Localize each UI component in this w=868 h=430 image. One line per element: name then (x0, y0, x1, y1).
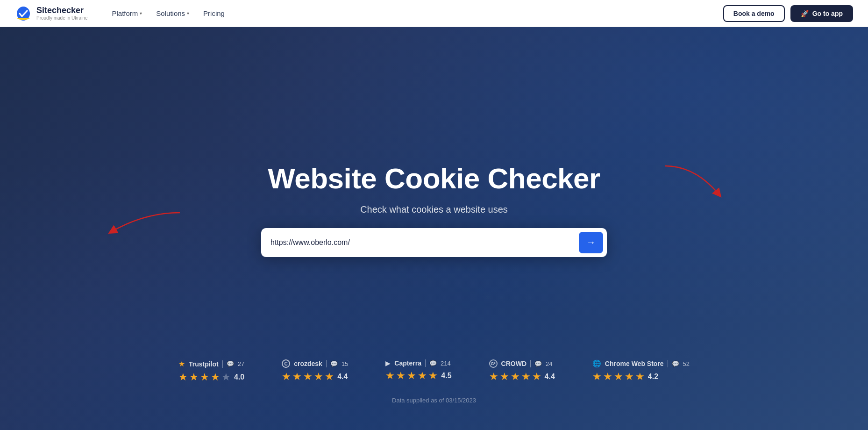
star-icon: ★ (303, 371, 313, 383)
hero-title: Website Cookie Checker (268, 163, 600, 194)
comment-icon: 💬 (672, 360, 679, 367)
review-count: 214 (441, 360, 451, 367)
divider (222, 360, 223, 368)
divider (530, 360, 531, 367)
book-demo-button[interactable]: Book a demo (723, 5, 785, 22)
star-icon: ★ (407, 370, 416, 382)
star-icon: ★ (500, 371, 509, 383)
comment-icon: 💬 (227, 360, 234, 367)
star-icon: ★ (625, 371, 634, 383)
star-icon: ★ (511, 371, 520, 383)
star-icon: ★ (385, 370, 395, 382)
star-half-icon: ★ (532, 371, 541, 383)
hero-section: Website Cookie Checker Check what cookie… (0, 0, 868, 430)
g2-icon: G² (489, 359, 498, 368)
nav-links: Platform ▾ Solutions ▾ Pricing (107, 7, 230, 20)
divider (425, 359, 426, 367)
hero-subtitle: Check what cookies a website uses (360, 204, 508, 215)
crozdesk-icon: C (282, 359, 290, 368)
review-count: 52 (683, 360, 690, 367)
star-icon: ★ (211, 371, 220, 383)
divider (326, 360, 327, 367)
logo-sub: Proudly made in Ukraine (36, 15, 88, 21)
star-half-icon: ★ (428, 370, 438, 382)
star-empty-icon: ★ (221, 371, 231, 383)
chevron-down-icon: ▾ (187, 11, 189, 16)
star-icon: ★ (614, 371, 623, 383)
star-icon: ★ (396, 370, 406, 382)
star-icon: ★ (489, 371, 498, 383)
star-icon: ★ (603, 371, 612, 383)
search-box: → (261, 228, 607, 257)
star-icon: ★ (200, 371, 209, 383)
platform-name: Capterra (394, 359, 421, 367)
logo-name: Sitechecker (36, 6, 88, 15)
rating-score: 4.4 (337, 373, 348, 381)
rating-trustpilot: ★ Trustpilot 💬 27 ★ ★ ★ ★ ★ 4.0 (178, 359, 244, 383)
search-submit-button[interactable]: → (579, 232, 603, 253)
star-icon: ★ (418, 370, 427, 382)
rocket-icon: 🚀 (801, 10, 809, 17)
platform-name: crozdesk (294, 360, 322, 367)
nav-platform[interactable]: Platform ▾ (107, 7, 148, 20)
comment-icon: 💬 (534, 360, 542, 367)
logo-icon (15, 5, 32, 22)
divider (668, 360, 668, 367)
arrow-left-indicator (107, 210, 182, 238)
platform-name: Chrome Web Store (605, 360, 664, 367)
trustpilot-icon: ★ (178, 359, 185, 368)
logo[interactable]: Sitechecker Proudly made in Ukraine (15, 5, 88, 22)
rating-crozdesk: C crozdesk 💬 15 ★ ★ ★ ★ ★ 4.4 (282, 359, 348, 383)
hero-content: Website Cookie Checker Check what cookie… (261, 163, 607, 257)
review-count: 24 (546, 360, 552, 367)
star-icon: ★ (189, 371, 199, 383)
navbar: Sitechecker Proudly made in Ukraine Plat… (0, 0, 868, 27)
rating-capterra: ▶ Capterra 💬 214 ★ ★ ★ ★ ★ 4.5 (385, 359, 451, 382)
chevron-down-icon: ▾ (140, 11, 142, 16)
capterra-icon: ▶ (385, 359, 391, 367)
rating-score: 4.2 (648, 373, 658, 381)
rating-score: 4.4 (545, 373, 555, 381)
platform-name: Trustpilot (189, 360, 219, 368)
star-icon: ★ (592, 371, 602, 383)
go-to-app-button[interactable]: 🚀 Go to app (790, 5, 853, 22)
star-icon: ★ (521, 371, 531, 383)
review-count: 27 (238, 360, 244, 367)
data-supplied-text: Data supplied as of 03/15/2023 (0, 397, 868, 404)
comment-icon: 💬 (429, 360, 437, 367)
rating-g2crowd: G² CROWD 💬 24 ★ ★ ★ ★ ★ 4.4 (489, 359, 555, 383)
rating-score: 4.5 (441, 372, 451, 380)
star-icon: ★ (292, 371, 302, 383)
star-half-icon: ★ (635, 371, 645, 383)
url-input[interactable] (270, 238, 579, 247)
arrow-right-indicator (662, 164, 723, 201)
rating-chrome-web-store: 🌐 Chrome Web Store 💬 52 ★ ★ ★ ★ ★ 4.2 (592, 359, 690, 383)
comment-icon: 💬 (330, 360, 338, 367)
rating-score: 4.0 (234, 373, 244, 381)
star-icon: ★ (178, 371, 188, 383)
nav-pricing[interactable]: Pricing (198, 7, 230, 20)
ratings-row: ★ Trustpilot 💬 27 ★ ★ ★ ★ ★ 4.0 C crozde… (0, 359, 868, 383)
star-half-icon: ★ (325, 371, 334, 383)
navbar-right: Book a demo 🚀 Go to app (723, 5, 853, 22)
chrome-icon: 🌐 (592, 359, 601, 368)
star-icon: ★ (282, 371, 291, 383)
navbar-left: Sitechecker Proudly made in Ukraine Plat… (15, 5, 230, 22)
logo-text: Sitechecker Proudly made in Ukraine (36, 6, 88, 21)
review-count: 15 (342, 360, 348, 367)
platform-name: CROWD (501, 360, 526, 367)
arrow-right-icon: → (586, 237, 596, 248)
nav-solutions[interactable]: Solutions ▾ (150, 7, 195, 20)
star-icon: ★ (314, 371, 323, 383)
